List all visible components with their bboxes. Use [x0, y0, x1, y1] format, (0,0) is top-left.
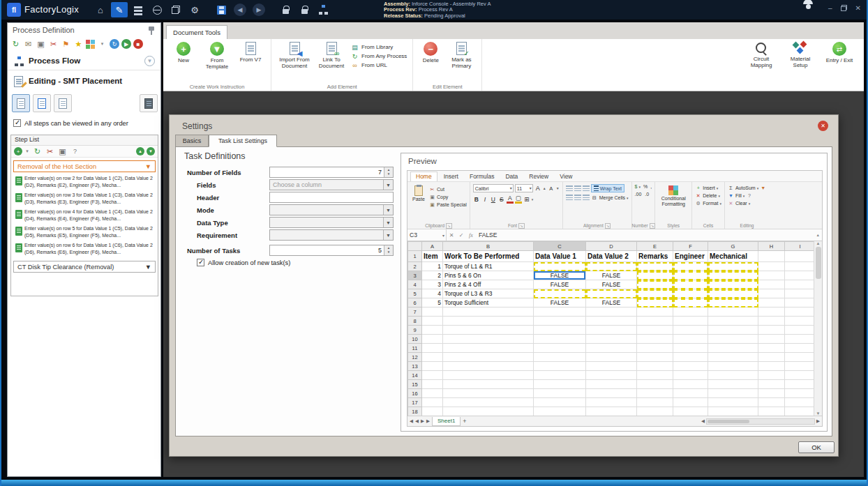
row-header-6[interactable]: 6: [408, 298, 422, 307]
bold-button[interactable]: B: [473, 196, 480, 203]
cell-C5[interactable]: [534, 289, 586, 298]
cell-E3[interactable]: [637, 271, 673, 280]
cell-H6[interactable]: [758, 298, 785, 307]
font-color-button[interactable]: A: [507, 195, 514, 204]
cell-C4[interactable]: FALSE: [534, 280, 586, 289]
col-header-A[interactable]: A: [422, 242, 443, 251]
dialog-launcher-icon[interactable]: ↘: [518, 223, 525, 229]
data-type-select[interactable]: ▼: [269, 217, 394, 228]
currency-button[interactable]: $▾: [635, 184, 641, 189]
cell-I4[interactable]: [785, 280, 814, 289]
cell-B7[interactable]: [443, 307, 534, 317]
cell-B11[interactable]: [443, 344, 534, 353]
dropdown-icon[interactable]: ▼: [383, 205, 393, 215]
autosum-button[interactable]: ΣAutoSum▾▼: [728, 185, 766, 191]
row-header-10[interactable]: 10: [408, 335, 422, 344]
tab-view[interactable]: View: [555, 172, 577, 181]
cell-B13[interactable]: [443, 362, 534, 371]
header-input[interactable]: [269, 192, 394, 203]
cell-G16[interactable]: [708, 389, 758, 398]
cell-H13[interactable]: [758, 362, 785, 371]
palette-button[interactable]: [86, 40, 95, 49]
save-button[interactable]: [213, 2, 230, 17]
cell-E13[interactable]: [637, 362, 673, 371]
cell-H15[interactable]: [758, 380, 785, 389]
cell-D6[interactable]: FALSE: [586, 298, 637, 307]
cell-C1[interactable]: Data Value 1: [534, 251, 586, 262]
font-name-select[interactable]: Calibri▾: [473, 184, 514, 192]
align-bottom-button[interactable]: [583, 185, 590, 192]
cell-F3[interactable]: [673, 271, 708, 280]
move-up-button[interactable]: ▲: [136, 147, 144, 155]
decrease-decimal-button[interactable]: .0: [645, 192, 649, 197]
cell-B17[interactable]: [443, 398, 534, 407]
comma-button[interactable]: ,: [650, 184, 652, 189]
cell-B9[interactable]: [443, 326, 534, 335]
cell-F9[interactable]: [673, 326, 708, 335]
row-header-14[interactable]: 14: [408, 371, 422, 380]
cell-H3[interactable]: [758, 271, 785, 280]
cell-H10[interactable]: [758, 335, 785, 344]
cell-H8[interactable]: [758, 317, 785, 326]
from-v7-button[interactable]: From V7: [236, 42, 265, 63]
cell-D17[interactable]: [586, 398, 637, 407]
expand-formula-bar-icon[interactable]: ▲: [816, 233, 822, 237]
cell-I1[interactable]: [785, 251, 814, 262]
col-header-F[interactable]: F: [673, 242, 708, 251]
cell-A5[interactable]: 4: [422, 289, 443, 298]
cell-G5[interactable]: [708, 289, 758, 298]
cell-E2[interactable]: [637, 262, 673, 271]
cell-F11[interactable]: [673, 344, 708, 353]
cell-C6[interactable]: FALSE: [534, 298, 586, 307]
more-dropdown-icon[interactable]: ▾: [97, 39, 107, 50]
cell-B18[interactable]: [443, 407, 534, 416]
cancel-icon[interactable]: ✕: [447, 232, 456, 238]
cell-D1[interactable]: Data Value 2: [586, 251, 637, 262]
cell-I6[interactable]: [785, 298, 814, 307]
cell-H16[interactable]: [758, 389, 785, 398]
cell-C15[interactable]: [534, 380, 586, 389]
cell-F18[interactable]: [673, 407, 708, 416]
fill-color-button[interactable]: ▢: [515, 195, 522, 204]
collapse-button[interactable]: ▼: [144, 56, 155, 66]
cell-H1[interactable]: [758, 251, 785, 262]
fill-button[interactable]: ▼Fill▾?: [728, 192, 766, 199]
row-header-17[interactable]: 17: [408, 398, 422, 407]
cell-A3[interactable]: 2: [422, 271, 443, 280]
cell-G17[interactable]: [708, 398, 758, 407]
forward-button[interactable]: ▶: [250, 2, 267, 17]
add-step-button[interactable]: +: [14, 147, 22, 155]
scroll-thumb[interactable]: [708, 420, 749, 423]
unlock-button[interactable]: [296, 2, 313, 17]
cell-F17[interactable]: [673, 398, 708, 407]
step-item[interactable]: Enter value(s) on row 2 for Data Value 1…: [11, 174, 158, 191]
cell-D15[interactable]: [586, 380, 637, 389]
cell-F14[interactable]: [673, 371, 708, 380]
process-flow-row[interactable]: Process Flow ▼: [8, 52, 160, 70]
dropdown-icon[interactable]: ▼: [383, 218, 393, 227]
copy-button[interactable]: ▣Copy: [429, 194, 467, 200]
cell-D11[interactable]: [586, 344, 637, 353]
tab-document-tools[interactable]: Document Tools: [166, 25, 227, 39]
step-item[interactable]: Enter value(s) on row 6 for Data Value 1…: [11, 241, 158, 258]
view-order-checkbox[interactable]: [13, 119, 21, 127]
from-library-button[interactable]: ▤ From Library: [351, 43, 407, 51]
cell-C13[interactable]: [534, 362, 586, 371]
cell-B3[interactable]: Pins 5 & 6 On: [443, 271, 534, 280]
mark-as-primary-button[interactable]: ✓ Mark as Primary: [447, 42, 476, 69]
clear-button[interactable]: ✕Clear▾: [728, 200, 766, 206]
conditional-formatting-button[interactable]: Conditional Formatting: [658, 184, 689, 221]
copy-button[interactable]: ▣: [36, 39, 46, 50]
circuit-mapping-button[interactable]: Circuit Mapping: [745, 42, 777, 68]
cell-I14[interactable]: [785, 371, 814, 380]
cell-I3[interactable]: [785, 271, 814, 280]
cell-E17[interactable]: [637, 398, 673, 407]
tab-review[interactable]: Review: [524, 172, 553, 181]
tab-task-list-settings[interactable]: Task List Settings: [209, 135, 277, 147]
increase-decimal-button[interactable]: .00: [635, 192, 642, 197]
collapsed-step-item[interactable]: CT Disk Tip Clearance (Removal) ▼: [13, 261, 156, 273]
cell-A13[interactable]: [422, 362, 443, 371]
cell-F5[interactable]: [673, 289, 708, 298]
cell-F2[interactable]: [673, 262, 708, 271]
number-of-fields-stepper[interactable]: 7 ▲▼: [269, 167, 394, 178]
